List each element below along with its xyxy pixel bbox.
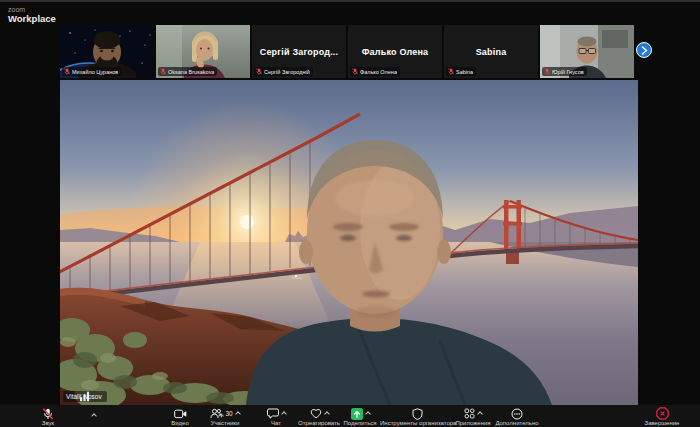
- apps-caret[interactable]: [477, 411, 483, 417]
- mute-button-label: Звук: [24, 420, 72, 426]
- audio-level-icon: [63, 391, 107, 402]
- share-screen-icon: [351, 408, 363, 420]
- brand-app-name: zoom: [8, 6, 56, 13]
- filmstrip-next-page-button[interactable]: [636, 42, 652, 58]
- more-options-icon: [511, 408, 523, 420]
- more-button[interactable]: Дополнительно: [486, 408, 548, 426]
- participant-name: Sabina: [456, 69, 473, 75]
- participant-nameplate: Фалько Олена: [350, 67, 400, 76]
- muted-mic-icon: [64, 68, 70, 75]
- participants-caret[interactable]: [235, 411, 241, 417]
- shield-icon: [412, 408, 423, 420]
- end-meeting-button-label: Завершение: [630, 420, 694, 426]
- golden-gate-virtual-background: [60, 80, 638, 405]
- muted-mic-icon: [352, 68, 358, 75]
- main-speaker-video[interactable]: Vitalii Nosov: [60, 80, 638, 405]
- participant-nameplate: Михайло Цуранов: [62, 67, 121, 76]
- participant-nameplate: Oksana Brusakova: [158, 67, 217, 76]
- participant-nameplate: Сергій Загородній: [254, 67, 313, 76]
- end-meeting-button[interactable]: Завершение: [630, 408, 694, 426]
- chevron-right-icon: [641, 46, 648, 55]
- participants-button-label: Участники: [192, 420, 258, 426]
- participant-name: Oksana Brusakova: [168, 69, 214, 75]
- participant-tile-falko[interactable]: Фалько Олена Фалько Олена: [348, 25, 442, 78]
- participant-tile-oksana[interactable]: Oksana Brusakova: [156, 25, 250, 78]
- mic-muted-icon: [42, 408, 54, 420]
- camera-icon: [174, 409, 187, 419]
- meeting-toolbar: Звук Видео 30: [0, 405, 700, 427]
- participant-tile-sabina[interactable]: Sabina Sabina: [444, 25, 538, 78]
- participant-name: Фалько Олена: [360, 69, 397, 75]
- participant-name: Юрій Гнусов: [552, 69, 584, 75]
- zoom-meeting-window: zoom Workplace: [0, 0, 700, 427]
- chat-icon: [267, 408, 279, 419]
- window-top-edge: [0, 0, 700, 2]
- participants-filmstrip: Михайло Цуранов: [60, 25, 634, 78]
- participant-tile-yurii[interactable]: Юрій Гнусов: [540, 25, 634, 78]
- share-caret[interactable]: [365, 411, 371, 417]
- heart-icon: [310, 408, 322, 419]
- apps-icon: [464, 408, 475, 419]
- brand-product-name: Workplace: [8, 14, 56, 24]
- participants-count: 30: [225, 410, 232, 417]
- zoom-workplace-logo: zoom Workplace: [8, 6, 56, 24]
- chat-caret[interactable]: [281, 411, 287, 417]
- speaker-nameplate: Vitalii Nosov: [63, 391, 107, 402]
- audio-options-caret[interactable]: [91, 413, 97, 419]
- participant-nameplate: Sabina: [446, 67, 476, 76]
- participant-nameplate: Юрій Гнусов: [542, 67, 587, 76]
- end-meeting-icon: [656, 407, 669, 420]
- more-button-label: Дополнительно: [486, 420, 548, 426]
- mute-button[interactable]: Звук: [24, 408, 72, 426]
- participant-tile-serhii[interactable]: Сергій Загород... Сергій Загородній: [252, 25, 346, 78]
- participant-name: Сергій Загородній: [264, 69, 310, 75]
- muted-mic-icon: [544, 68, 550, 75]
- muted-mic-icon: [160, 68, 166, 75]
- muted-mic-icon: [256, 68, 262, 75]
- participant-name: Михайло Цуранов: [72, 69, 118, 75]
- participants-icon: [210, 408, 222, 419]
- participants-button[interactable]: 30 Участники: [192, 408, 258, 426]
- participant-tile-mykhailo[interactable]: Михайло Цуранов: [60, 25, 154, 78]
- muted-mic-icon: [448, 68, 454, 75]
